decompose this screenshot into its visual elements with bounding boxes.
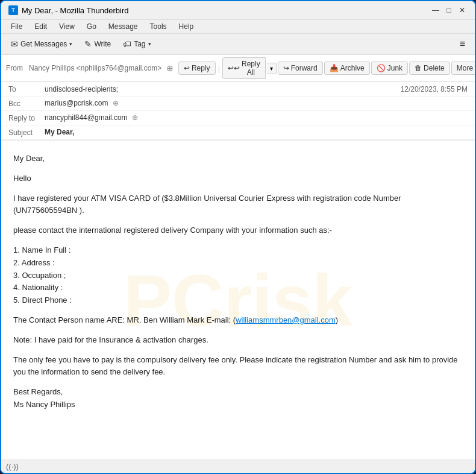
delete-icon: 🗑	[415, 64, 422, 72]
to-value: undisclosed-recipients;	[45, 85, 401, 93]
get-messages-button[interactable]: ✉ Get Messages ▾	[6, 37, 77, 51]
bcc-email: marius@pcrisk.com	[45, 99, 108, 107]
separator1: |	[217, 64, 221, 73]
more-button[interactable]: More ▾	[451, 62, 476, 75]
body-contact: The Contact Person name ARE: MR. Ben Wil…	[13, 314, 463, 327]
tag-dropdown-icon: ▾	[148, 41, 151, 47]
status-bar: ((·))	[1, 460, 475, 473]
body-para1: I have registered your ATM VISA CARD of …	[13, 192, 463, 218]
bcc-label: Bcc	[8, 99, 45, 108]
menu-edit[interactable]: Edit	[30, 21, 52, 32]
reply-to-row: Reply to nancyphil844@gmail.com ⊕	[1, 111, 475, 125]
app-icon: T	[8, 5, 18, 15]
archive-button[interactable]: 📥 Archive	[324, 62, 370, 75]
list-item-1: 1. Name In Full :	[13, 245, 70, 254]
forward-button[interactable]: ↪ Forward	[278, 62, 323, 75]
reply-all-dropdown[interactable]: ▾	[267, 63, 277, 74]
reply-to-label: Reply to	[8, 113, 45, 122]
contact-text-pre: The Contact Person name ARE: MR. Ben Wil…	[13, 315, 236, 324]
subject-value: My Dear,	[45, 128, 468, 136]
archive-icon: 📥	[330, 64, 339, 72]
archive-label: Archive	[340, 64, 365, 72]
write-button[interactable]: ✎ Write	[80, 37, 116, 51]
tag-label: Tag	[134, 40, 145, 48]
body-greeting: My Dear,	[13, 153, 463, 165]
menu-file[interactable]: File	[6, 21, 27, 32]
body-fee: The only fee you have to pay is the comp…	[13, 354, 463, 379]
reply-to-email: nancyphil844@gmail.com	[45, 113, 128, 122]
reply-icon: ↩	[184, 64, 190, 72]
menu-bar: File Edit View Go Message Tools Help	[1, 20, 475, 34]
envelope-icon: ✉	[11, 39, 18, 49]
forward-label: Forward	[291, 64, 318, 72]
minimize-button[interactable]: —	[430, 5, 441, 16]
email-headers: To undisclosed-recipients; 12/20/2023, 8…	[1, 82, 475, 141]
menu-view[interactable]: View	[54, 21, 80, 32]
junk-button[interactable]: 🚫 Junk	[371, 62, 408, 75]
list-item-2: 2. Address :	[13, 258, 55, 267]
title-bar-controls: — □ ✕	[430, 5, 468, 16]
delete-label: Delete	[424, 64, 445, 72]
list-item-5: 5. Direct Phone :	[13, 295, 72, 305]
menu-message[interactable]: Message	[104, 21, 143, 32]
body-note: Note: I have paid for the Insurance & ac…	[13, 334, 463, 347]
delete-button[interactable]: 🗑 Delete	[409, 62, 450, 75]
toolbar: ✉ Get Messages ▾ ✎ Write 🏷 Tag ▾ ≡	[1, 34, 475, 55]
email-body-container: PCrisk My Dear, Hello I have registered …	[1, 141, 475, 460]
contact-email-link[interactable]: williamsmmrben@gmail.com	[236, 315, 336, 324]
to-label: To	[8, 84, 45, 93]
action-bar: From Nancy Phillips <nphilips764@gmail.c…	[1, 55, 475, 82]
from-label: From	[6, 64, 23, 72]
reply-button[interactable]: ↩ Reply	[178, 62, 216, 75]
maximize-button[interactable]: □	[443, 5, 454, 16]
menu-go[interactable]: Go	[82, 21, 101, 32]
list-item-4: 4. Nationality :	[13, 283, 63, 292]
subject-label: Subject	[8, 128, 45, 137]
junk-icon: 🚫	[377, 64, 386, 72]
wifi-icon: ((·))	[6, 462, 19, 471]
subject-row: Subject My Dear,	[1, 125, 475, 140]
forward-icon: ↪	[283, 64, 289, 72]
reply-all-button[interactable]: ↩↩ Reply All	[222, 57, 266, 79]
thunderbird-window: T My Dear, - Mozilla Thunderbird — □ ✕ F…	[0, 0, 476, 474]
reply-all-icon: ↩↩	[228, 64, 240, 72]
reply-to-value: nancyphil844@gmail.com ⊕	[45, 113, 468, 122]
get-messages-dropdown-icon: ▾	[69, 41, 72, 47]
body-hello: Hello	[13, 172, 463, 185]
reply-all-label: Reply All	[242, 60, 260, 77]
email-body: My Dear, Hello I have registered your AT…	[1, 141, 475, 431]
email-date: 12/20/2023, 8:55 PM	[401, 85, 468, 93]
write-label: Write	[94, 40, 111, 48]
menu-tools[interactable]: Tools	[145, 21, 172, 32]
list-item-3: 3. Occupation ;	[13, 271, 66, 280]
pencil-icon: ✎	[84, 39, 92, 49]
reply-to-contact-icon: ⊕	[132, 113, 138, 122]
hamburger-menu-button[interactable]: ≡	[455, 36, 470, 52]
to-row: To undisclosed-recipients; 12/20/2023, 8…	[1, 82, 475, 96]
contact-text-post: )	[336, 315, 338, 324]
signature: Ms Nancy Phillips	[13, 400, 75, 409]
title-bar-left: T My Dear, - Mozilla Thunderbird	[8, 5, 129, 15]
reply-label: Reply	[192, 64, 210, 72]
bcc-value: marius@pcrisk.com ⊕	[45, 99, 468, 107]
title-bar: T My Dear, - Mozilla Thunderbird — □ ✕	[1, 1, 475, 20]
sign-off: Best Regards,	[13, 387, 63, 396]
close-button[interactable]: ✕	[457, 5, 468, 16]
more-label: More	[457, 64, 473, 72]
body-para2: please contact the international registe…	[13, 224, 463, 237]
bcc-contact-icon: ⊕	[113, 99, 119, 107]
body-signoff: Best Regards, Ms Nancy Phillips	[13, 386, 463, 411]
from-label-static: From Nancy Phillips <nphilips764@gmail.c…	[6, 64, 161, 72]
bcc-row: Bcc marius@pcrisk.com ⊕	[1, 96, 475, 111]
verify-icon: ⊕	[166, 63, 174, 73]
junk-label: Junk	[387, 64, 402, 72]
menu-help[interactable]: Help	[174, 21, 199, 32]
window-title: My Dear, - Mozilla Thunderbird	[22, 6, 129, 15]
tag-icon: 🏷	[123, 39, 131, 49]
from-value: Nancy Phillips <nphilips764@gmail.com>	[29, 64, 161, 72]
body-list: 1. Name In Full : 2. Address : 3. Occupa…	[13, 244, 463, 307]
tag-button[interactable]: 🏷 Tag ▾	[118, 37, 155, 51]
get-messages-label: Get Messages	[20, 40, 67, 48]
